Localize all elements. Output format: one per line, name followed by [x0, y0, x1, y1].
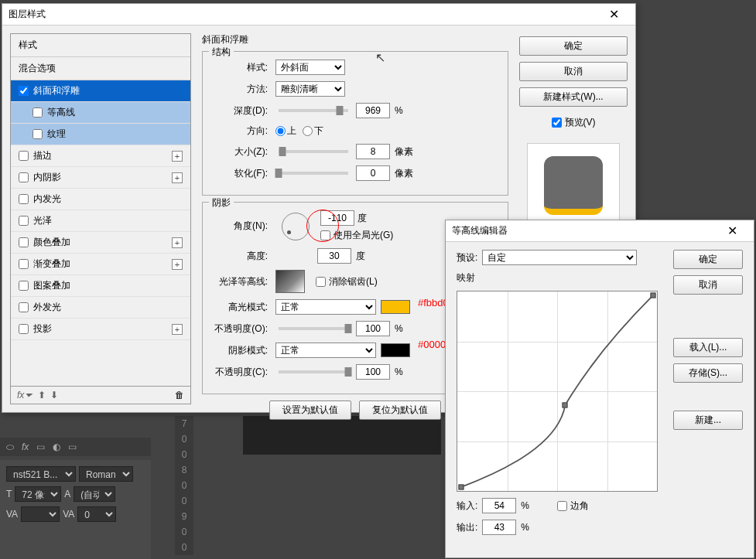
- style-item-内发光[interactable]: 内发光: [11, 189, 190, 210]
- highlight-opacity-input[interactable]: [356, 321, 390, 336]
- contour-input-value[interactable]: [482, 498, 516, 513]
- angle-wheel[interactable]: [282, 213, 310, 240]
- preview-checkbox[interactable]: 预览(V): [519, 116, 628, 129]
- highlight-color-swatch[interactable]: [381, 300, 410, 314]
- shadow-opacity-input[interactable]: [356, 364, 390, 380]
- style-checkbox[interactable]: [19, 302, 29, 312]
- style-checkbox[interactable]: [19, 194, 29, 204]
- style-item-等高线[interactable]: 等高线: [11, 102, 190, 124]
- font-family-select[interactable]: nst521 B...: [6, 466, 76, 482]
- cursor-icon: ↖: [375, 50, 385, 65]
- style-item-label: 外发光: [33, 301, 61, 314]
- gloss-contour-picker[interactable]: [275, 270, 305, 293]
- style-checkbox[interactable]: [19, 237, 29, 247]
- style-checkbox[interactable]: [32, 107, 43, 118]
- soften-label: 软化(F):: [214, 167, 268, 180]
- preview-shape: [544, 156, 603, 215]
- soften-slider[interactable]: [279, 172, 348, 175]
- kerning-select[interactable]: [21, 506, 60, 522]
- style-checkbox[interactable]: [19, 259, 29, 269]
- curve-point-mid[interactable]: [563, 403, 568, 408]
- add-effect-icon[interactable]: +: [172, 324, 183, 335]
- style-item-描边[interactable]: 描边+: [11, 145, 190, 167]
- style-checkbox[interactable]: [19, 86, 29, 96]
- style-item-label: 颜色叠加: [33, 236, 70, 249]
- style-item-label: 投影: [33, 322, 52, 336]
- style-label: 样式:: [214, 61, 268, 74]
- style-select[interactable]: 外斜面: [275, 60, 345, 75]
- curve-editor[interactable]: [457, 291, 658, 492]
- style-checkbox[interactable]: [19, 151, 29, 161]
- output-label: 输出:: [457, 521, 477, 534]
- contour-close-button[interactable]: ✕: [717, 223, 747, 239]
- contour-ok-button[interactable]: 确定: [673, 250, 743, 269]
- make-default-button[interactable]: 设置为默认值: [269, 401, 351, 420]
- contour-output-value[interactable]: [482, 520, 516, 535]
- mask-icon: ▭: [36, 441, 45, 452]
- contour-load-button[interactable]: 载入(L)...: [673, 338, 743, 357]
- curve-point-end[interactable]: [650, 293, 655, 298]
- reset-default-button[interactable]: 复位为默认值: [359, 401, 441, 420]
- direction-up[interactable]: 上: [275, 124, 296, 138]
- direction-down[interactable]: 下: [303, 124, 323, 138]
- depth-input[interactable]: [356, 103, 390, 118]
- style-checkbox[interactable]: [19, 281, 29, 291]
- style-item-label: 光泽: [33, 214, 52, 227]
- style-item-内阴影[interactable]: 内阴影+: [11, 167, 190, 189]
- up-icon[interactable]: ⬆: [38, 390, 46, 401]
- tracking-select[interactable]: 0: [77, 506, 116, 522]
- altitude-label: 高度:: [214, 250, 268, 263]
- corner-checkbox[interactable]: 边角: [557, 499, 589, 513]
- style-item-渐变叠加[interactable]: 渐变叠加+: [11, 254, 190, 275]
- style-checkbox[interactable]: [19, 172, 29, 182]
- font-size-select[interactable]: 72 像素: [15, 486, 61, 502]
- shadow-mode-label: 阴影模式:: [214, 344, 268, 357]
- style-item-纹理[interactable]: 纹理: [11, 124, 190, 145]
- curve-point-start[interactable]: [459, 484, 464, 489]
- add-effect-icon[interactable]: +: [172, 259, 183, 270]
- antialias-checkbox[interactable]: 消除锯齿(L): [316, 275, 378, 288]
- ok-button[interactable]: 确定: [519, 36, 628, 56]
- fill-icon: ◐: [53, 441, 60, 452]
- style-item-投影[interactable]: 投影+: [11, 319, 190, 340]
- style-checkbox[interactable]: [32, 129, 43, 139]
- depth-slider[interactable]: [279, 109, 348, 112]
- cancel-button[interactable]: 取消: [519, 62, 628, 81]
- soften-input[interactable]: [356, 165, 390, 181]
- highlight-mode-label: 高光模式:: [214, 301, 268, 314]
- contour-new-button[interactable]: 新建...: [673, 411, 743, 430]
- style-item-斜面和浮雕[interactable]: 斜面和浮雕: [11, 80, 190, 102]
- style-checkbox[interactable]: [19, 216, 29, 226]
- shadow-opacity-label: 不透明度(C):: [214, 366, 268, 379]
- blend-options-header[interactable]: 混合选项: [11, 57, 190, 80]
- add-effect-icon[interactable]: +: [172, 151, 183, 162]
- highlight-opacity-slider[interactable]: [279, 327, 348, 330]
- altitude-input[interactable]: [317, 248, 351, 264]
- shadow-mode-select[interactable]: 正常: [275, 343, 376, 358]
- technique-select[interactable]: 雕刻清晰: [275, 81, 345, 97]
- add-effect-icon[interactable]: +: [172, 172, 183, 183]
- styles-header[interactable]: 样式: [11, 34, 190, 57]
- fx-footer-icon[interactable]: fx⏷: [17, 390, 33, 401]
- size-slider[interactable]: [279, 150, 348, 153]
- down-icon[interactable]: ⬇: [50, 390, 58, 401]
- style-item-label: 斜面和浮雕: [33, 84, 80, 97]
- contour-save-button[interactable]: 存储(S)...: [673, 363, 743, 383]
- shadow-opacity-slider[interactable]: [279, 370, 348, 373]
- trash-icon[interactable]: 🗑: [175, 390, 184, 401]
- new-style-button[interactable]: 新建样式(W)...: [519, 87, 628, 107]
- size-input[interactable]: [356, 144, 390, 159]
- close-button[interactable]: ✕: [598, 7, 629, 22]
- leading-select[interactable]: (自动): [74, 486, 115, 502]
- preset-select[interactable]: 自定: [482, 250, 637, 265]
- shadow-color-swatch[interactable]: [381, 343, 410, 357]
- style-item-外发光[interactable]: 外发光: [11, 297, 190, 319]
- highlight-mode-select[interactable]: 正常: [275, 299, 376, 315]
- style-checkbox[interactable]: [19, 324, 29, 334]
- font-style-select[interactable]: Roman: [79, 466, 133, 482]
- style-item-颜色叠加[interactable]: 颜色叠加+: [11, 232, 190, 254]
- style-item-光泽[interactable]: 光泽: [11, 210, 190, 232]
- style-item-图案叠加[interactable]: 图案叠加: [11, 275, 190, 297]
- add-effect-icon[interactable]: +: [172, 237, 183, 248]
- contour-cancel-button[interactable]: 取消: [673, 275, 743, 295]
